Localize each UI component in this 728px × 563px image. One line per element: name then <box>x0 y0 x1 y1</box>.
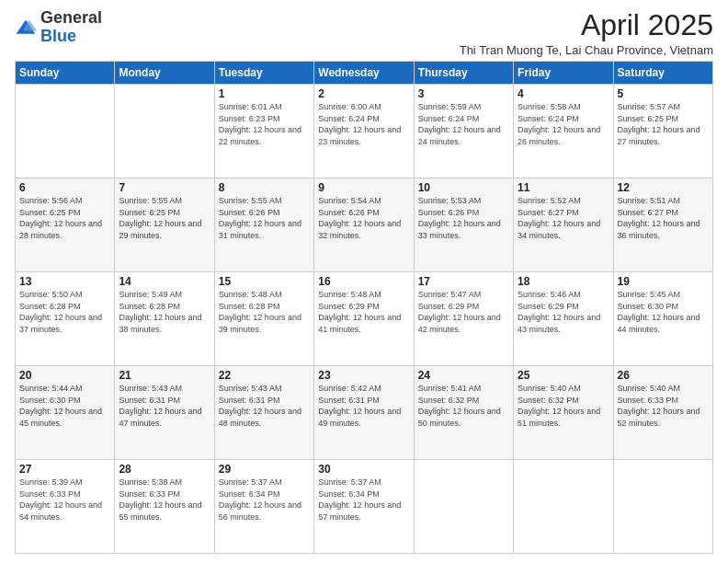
calendar-week-3: 13Sunrise: 5:50 AM Sunset: 6:28 PM Dayli… <box>16 272 713 366</box>
calendar-cell: 20Sunrise: 5:44 AM Sunset: 6:30 PM Dayli… <box>16 366 115 460</box>
day-info: Sunrise: 5:55 AM Sunset: 6:25 PM Dayligh… <box>119 195 210 241</box>
day-info: Sunrise: 5:55 AM Sunset: 6:26 PM Dayligh… <box>219 195 310 241</box>
day-info: Sunrise: 5:53 AM Sunset: 6:26 PM Dayligh… <box>418 195 509 241</box>
day-number: 24 <box>418 369 509 382</box>
day-number: 6 <box>19 181 110 194</box>
calendar-cell: 29Sunrise: 5:37 AM Sunset: 6:34 PM Dayli… <box>214 460 313 554</box>
calendar-cell: 27Sunrise: 5:39 AM Sunset: 6:33 PM Dayli… <box>16 460 115 554</box>
day-number: 11 <box>518 181 609 194</box>
day-info: Sunrise: 5:54 AM Sunset: 6:26 PM Dayligh… <box>318 195 409 241</box>
day-info: Sunrise: 5:38 AM Sunset: 6:33 PM Dayligh… <box>119 477 210 523</box>
calendar-cell: 24Sunrise: 5:41 AM Sunset: 6:32 PM Dayli… <box>414 366 513 460</box>
calendar-cell <box>16 85 115 178</box>
day-info: Sunrise: 5:46 AM Sunset: 6:29 PM Dayligh… <box>518 289 609 335</box>
logo-blue: Blue <box>40 27 76 45</box>
calendar-cell: 25Sunrise: 5:40 AM Sunset: 6:32 PM Dayli… <box>514 366 613 460</box>
col-saturday: Saturday <box>613 62 712 85</box>
day-number: 29 <box>219 463 310 476</box>
day-number: 30 <box>318 463 409 476</box>
day-number: 18 <box>518 275 609 288</box>
day-number: 14 <box>119 275 210 288</box>
calendar-cell: 19Sunrise: 5:45 AM Sunset: 6:30 PM Dayli… <box>613 272 712 366</box>
calendar-cell: 21Sunrise: 5:43 AM Sunset: 6:31 PM Dayli… <box>115 366 214 460</box>
calendar-cell: 26Sunrise: 5:40 AM Sunset: 6:33 PM Dayli… <box>613 366 712 460</box>
day-number: 23 <box>318 369 409 382</box>
day-number: 25 <box>518 369 609 382</box>
day-number: 21 <box>119 369 210 382</box>
day-info: Sunrise: 5:42 AM Sunset: 6:31 PM Dayligh… <box>318 383 409 429</box>
calendar-cell: 18Sunrise: 5:46 AM Sunset: 6:29 PM Dayli… <box>514 272 613 366</box>
day-number: 20 <box>19 369 110 382</box>
col-tuesday: Tuesday <box>214 62 313 85</box>
day-number: 1 <box>219 87 310 100</box>
day-number: 5 <box>618 87 709 100</box>
calendar-cell: 9Sunrise: 5:54 AM Sunset: 6:26 PM Daylig… <box>314 178 414 272</box>
day-info: Sunrise: 5:48 AM Sunset: 6:29 PM Dayligh… <box>318 289 409 335</box>
day-info: Sunrise: 5:40 AM Sunset: 6:32 PM Dayligh… <box>518 383 609 429</box>
calendar-cell <box>514 460 613 554</box>
day-number: 13 <box>19 275 110 288</box>
day-info: Sunrise: 5:57 AM Sunset: 6:25 PM Dayligh… <box>618 101 709 147</box>
day-info: Sunrise: 6:01 AM Sunset: 6:23 PM Dayligh… <box>219 101 310 147</box>
calendar-header-row: Sunday Monday Tuesday Wednesday Thursday… <box>16 62 713 85</box>
logo-general: General <box>40 8 102 27</box>
calendar-cell: 6Sunrise: 5:56 AM Sunset: 6:25 PM Daylig… <box>16 178 115 272</box>
calendar-cell: 1Sunrise: 6:01 AM Sunset: 6:23 PM Daylig… <box>214 85 313 178</box>
calendar-cell: 4Sunrise: 5:58 AM Sunset: 6:24 PM Daylig… <box>514 85 613 178</box>
day-info: Sunrise: 5:59 AM Sunset: 6:24 PM Dayligh… <box>418 101 509 147</box>
day-info: Sunrise: 5:51 AM Sunset: 6:27 PM Dayligh… <box>618 195 709 241</box>
calendar-cell <box>414 460 513 554</box>
day-number: 15 <box>219 275 310 288</box>
day-info: Sunrise: 5:43 AM Sunset: 6:31 PM Dayligh… <box>119 383 210 429</box>
col-thursday: Thursday <box>414 62 513 85</box>
calendar-cell: 22Sunrise: 5:43 AM Sunset: 6:31 PM Dayli… <box>214 366 313 460</box>
day-number: 26 <box>618 369 709 382</box>
col-sunday: Sunday <box>16 62 115 85</box>
month-title: April 2025 <box>460 9 713 41</box>
day-info: Sunrise: 5:39 AM Sunset: 6:33 PM Dayligh… <box>19 477 110 523</box>
col-wednesday: Wednesday <box>314 62 414 85</box>
day-info: Sunrise: 5:50 AM Sunset: 6:28 PM Dayligh… <box>19 289 110 335</box>
day-number: 7 <box>119 181 210 194</box>
logo-text: General Blue <box>40 9 102 46</box>
day-info: Sunrise: 5:58 AM Sunset: 6:24 PM Dayligh… <box>518 101 609 147</box>
calendar-cell: 8Sunrise: 5:55 AM Sunset: 6:26 PM Daylig… <box>214 178 313 272</box>
day-info: Sunrise: 5:37 AM Sunset: 6:34 PM Dayligh… <box>219 477 310 523</box>
calendar: Sunday Monday Tuesday Wednesday Thursday… <box>15 61 713 554</box>
day-number: 17 <box>418 275 509 288</box>
col-friday: Friday <box>514 62 613 85</box>
calendar-cell: 30Sunrise: 5:37 AM Sunset: 6:34 PM Dayli… <box>314 460 414 554</box>
logo-icon <box>15 17 37 39</box>
day-info: Sunrise: 5:48 AM Sunset: 6:28 PM Dayligh… <box>219 289 310 335</box>
day-info: Sunrise: 5:45 AM Sunset: 6:30 PM Dayligh… <box>618 289 709 335</box>
day-info: Sunrise: 5:41 AM Sunset: 6:32 PM Dayligh… <box>418 383 509 429</box>
day-info: Sunrise: 5:49 AM Sunset: 6:28 PM Dayligh… <box>119 289 210 335</box>
day-info: Sunrise: 6:00 AM Sunset: 6:24 PM Dayligh… <box>318 101 409 147</box>
calendar-cell: 12Sunrise: 5:51 AM Sunset: 6:27 PM Dayli… <box>613 178 712 272</box>
subtitle: Thi Tran Muong Te, Lai Chau Province, Vi… <box>460 43 713 57</box>
calendar-cell <box>613 460 712 554</box>
header: General Blue April 2025 Thi Tran Muong T… <box>15 9 713 57</box>
day-number: 12 <box>618 181 709 194</box>
calendar-cell: 11Sunrise: 5:52 AM Sunset: 6:27 PM Dayli… <box>514 178 613 272</box>
calendar-cell: 28Sunrise: 5:38 AM Sunset: 6:33 PM Dayli… <box>115 460 214 554</box>
calendar-cell: 15Sunrise: 5:48 AM Sunset: 6:28 PM Dayli… <box>214 272 313 366</box>
calendar-cell: 14Sunrise: 5:49 AM Sunset: 6:28 PM Dayli… <box>115 272 214 366</box>
calendar-week-5: 27Sunrise: 5:39 AM Sunset: 6:33 PM Dayli… <box>16 460 713 554</box>
day-info: Sunrise: 5:44 AM Sunset: 6:30 PM Dayligh… <box>19 383 110 429</box>
day-number: 8 <box>219 181 310 194</box>
col-monday: Monday <box>115 62 214 85</box>
day-number: 27 <box>19 463 110 476</box>
day-number: 10 <box>418 181 509 194</box>
calendar-week-4: 20Sunrise: 5:44 AM Sunset: 6:30 PM Dayli… <box>16 366 713 460</box>
day-number: 3 <box>418 87 509 100</box>
calendar-cell: 7Sunrise: 5:55 AM Sunset: 6:25 PM Daylig… <box>115 178 214 272</box>
calendar-week-1: 1Sunrise: 6:01 AM Sunset: 6:23 PM Daylig… <box>16 85 713 178</box>
day-number: 19 <box>618 275 709 288</box>
day-info: Sunrise: 5:43 AM Sunset: 6:31 PM Dayligh… <box>219 383 310 429</box>
day-number: 2 <box>318 87 409 100</box>
day-number: 4 <box>518 87 609 100</box>
calendar-cell: 5Sunrise: 5:57 AM Sunset: 6:25 PM Daylig… <box>613 85 712 178</box>
calendar-week-2: 6Sunrise: 5:56 AM Sunset: 6:25 PM Daylig… <box>16 178 713 272</box>
day-number: 28 <box>119 463 210 476</box>
